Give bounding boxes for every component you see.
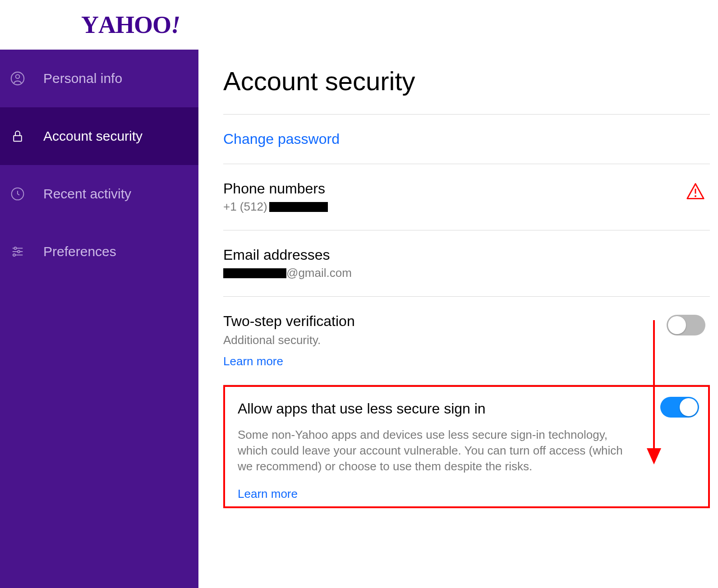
lock-icon	[10, 129, 25, 144]
phone-numbers-title: Phone numbers	[223, 180, 710, 197]
section-less-secure-highlight: Allow apps that use less secure sign in …	[223, 385, 710, 508]
person-icon	[10, 71, 25, 86]
sidebar-item-personal-info[interactable]: Personal info	[0, 50, 198, 107]
phone-number-value: +1 (512)	[223, 200, 710, 214]
warning-icon	[686, 182, 705, 202]
email-value: @gmail.com	[223, 266, 710, 280]
sidebar-item-label: Recent activity	[43, 186, 131, 202]
less-secure-toggle[interactable]	[660, 397, 699, 418]
sidebar: Personal info Account security	[0, 50, 198, 588]
two-step-learn-more-link[interactable]: Learn more	[223, 354, 283, 368]
svg-point-1	[16, 75, 20, 79]
two-step-title: Two-step verification	[223, 313, 710, 330]
sidebar-item-preferences[interactable]: Preferences	[0, 223, 198, 280]
sidebar-item-label: Preferences	[43, 244, 116, 259]
less-secure-desc: Some non-Yahoo apps and devices use less…	[238, 427, 635, 474]
sidebar-item-label: Personal info	[43, 71, 122, 86]
section-email-addresses[interactable]: Email addresses @gmail.com	[223, 230, 710, 296]
section-change-password: Change password	[223, 114, 710, 164]
redacted-email	[223, 268, 286, 278]
yahoo-logo: YAHOO!	[81, 11, 180, 39]
change-password-link[interactable]: Change password	[223, 131, 340, 147]
svg-point-5	[14, 247, 17, 249]
section-two-step: Two-step verification Additional securit…	[223, 296, 710, 385]
logo-bar: YAHOO!	[0, 0, 718, 50]
svg-point-9	[13, 254, 15, 256]
svg-rect-2	[14, 136, 22, 142]
email-addresses-title: Email addresses	[223, 247, 710, 263]
page-title: Account security	[223, 66, 710, 96]
main-content: Account security Change password Phone n…	[198, 50, 718, 588]
sidebar-item-label: Account security	[43, 129, 143, 144]
less-secure-learn-more-link[interactable]: Learn more	[238, 487, 298, 501]
svg-point-7	[18, 251, 20, 253]
email-domain: @gmail.com	[286, 266, 352, 280]
clock-icon	[10, 186, 25, 202]
two-step-desc: Additional security.	[223, 332, 620, 348]
sidebar-item-recent-activity[interactable]: Recent activity	[0, 165, 198, 223]
phone-prefix: +1 (512)	[223, 200, 267, 214]
sliders-icon	[10, 244, 25, 259]
redacted-phone	[269, 202, 328, 212]
section-phone-numbers[interactable]: Phone numbers +1 (512)	[223, 164, 710, 230]
svg-point-11	[695, 195, 696, 197]
less-secure-title: Allow apps that use less secure sign in	[238, 400, 695, 417]
sidebar-item-account-security[interactable]: Account security	[0, 107, 198, 165]
two-step-toggle[interactable]	[667, 315, 705, 335]
